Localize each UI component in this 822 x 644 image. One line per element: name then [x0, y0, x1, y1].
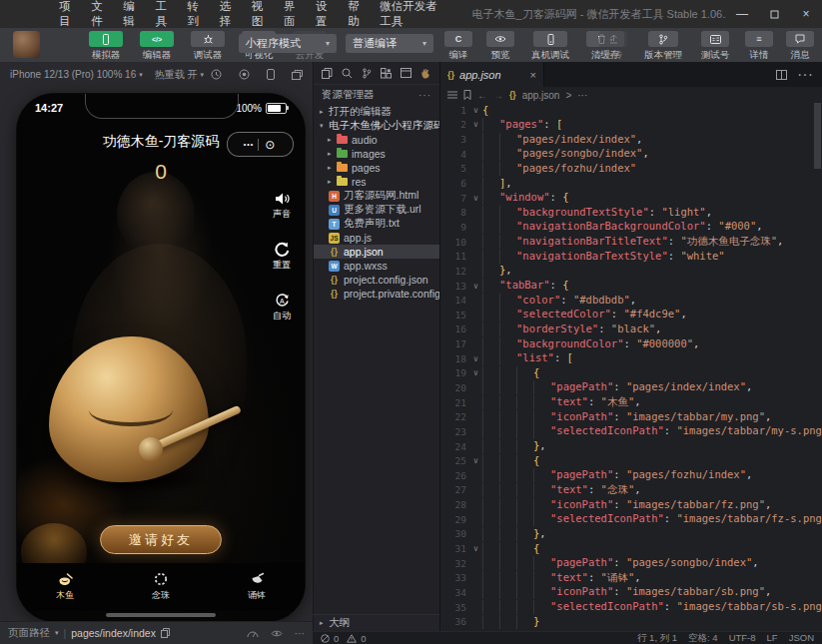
menu-item-view[interactable]: 视图	[245, 0, 277, 29]
code-line[interactable]: 8"backgroundTextStyle": "light",	[440, 205, 822, 220]
code-line[interactable]: 17"backgroundColor": "#000000",	[440, 336, 822, 351]
more-icon[interactable]: ···	[295, 627, 306, 639]
split-editor-icon[interactable]	[776, 70, 787, 80]
code-line[interactable]: 7∨"window": {	[440, 191, 822, 206]
code-line[interactable]: 6],	[440, 176, 822, 191]
editor-toggle-button[interactable]: </> 编辑器	[135, 31, 179, 62]
warnings-icon[interactable]	[347, 634, 357, 643]
search-icon[interactable]	[342, 68, 353, 79]
compile-mode-dropdown[interactable]: 普通编译 ▾	[346, 34, 433, 53]
code-line[interactable]: 19∨{	[440, 366, 822, 381]
folder-res[interactable]: ▸ res	[314, 175, 439, 189]
code-line[interactable]: 9"navigationBarBackgroundColor": "#000",	[440, 220, 822, 235]
code-line[interactable]: 30},	[440, 527, 822, 542]
eol-setting[interactable]: LF	[767, 632, 778, 644]
code-line[interactable]: 22"iconPath": "images/tabbar/my.png",	[440, 409, 822, 424]
code-line[interactable]: 2∨"pages": [	[440, 118, 822, 133]
user-avatar[interactable]	[13, 31, 40, 58]
code-line[interactable]: 31∨{	[440, 541, 822, 556]
menu-item-settings[interactable]: 设置	[309, 0, 341, 29]
bookmark-icon[interactable]	[463, 90, 471, 100]
code-line[interactable]: 1∨{	[440, 103, 822, 118]
minimize-button[interactable]: —	[726, 0, 758, 28]
file-item[interactable]: U 更多资源下载.url	[314, 203, 439, 217]
menu-item-edit[interactable]: 编辑	[116, 0, 148, 29]
folder-pages[interactable]: ▸ pages	[314, 161, 439, 175]
menu-item-devtools[interactable]: 微信开发者工具	[373, 0, 449, 29]
hand-icon[interactable]	[420, 68, 430, 79]
code-line[interactable]: 23"selectedIconPath": "images/tabbar/my-…	[440, 424, 822, 439]
code-line[interactable]: 34"iconPath": "images/tabbar/sb.png",	[440, 585, 822, 600]
version-control-button[interactable]: 版本管理	[639, 31, 687, 62]
extensions-icon[interactable]	[381, 68, 392, 79]
section-open-editors[interactable]: ▸ 打开的编辑器	[314, 105, 439, 119]
code-line[interactable]: 27"text": "念珠",	[440, 483, 822, 498]
tab-bowl[interactable]: 诵钵	[209, 563, 305, 611]
preview-window-icon[interactable]	[401, 68, 411, 78]
device-frame-icon[interactable]	[267, 69, 275, 80]
indent-setting[interactable]: 空格: 4	[688, 632, 718, 644]
detach-window-icon[interactable]	[292, 70, 303, 80]
code-line[interactable]: 12},	[440, 264, 822, 279]
code-line[interactable]: 26"pagePath": "pages/fozhu/index",	[440, 468, 822, 483]
file-item[interactable]: {} project.config.json	[314, 273, 439, 287]
reset-button[interactable]: 重置	[273, 242, 291, 272]
language-mode[interactable]: JSON	[789, 632, 814, 644]
file-item[interactable]: JS app.js	[314, 231, 439, 245]
code-line[interactable]: 5"pages/fozhu/index"	[440, 162, 822, 177]
code-line[interactable]: 10"navigationBarTitleText": "功德木鱼电子念珠",	[440, 235, 822, 250]
file-item[interactable]: {} project.private.config.js...	[314, 287, 439, 301]
code-line[interactable]: 28"iconPath": "images/tabbar/fz.png",	[440, 497, 822, 512]
compile-button[interactable]: C 编译	[440, 31, 476, 62]
messages-button[interactable]: 消息	[784, 31, 816, 62]
capsule-menu[interactable]: ••• ⊙	[227, 132, 294, 157]
close-tab-icon[interactable]: ×	[530, 69, 536, 81]
source-control-icon[interactable]	[362, 68, 372, 79]
cursor-position[interactable]: 行 1, 列 1	[637, 632, 677, 644]
code-line[interactable]: 32"pagePath": "pages/songbo/index",	[440, 556, 822, 571]
code-line[interactable]: 33"text": "诵钵",	[440, 571, 822, 586]
code-line[interactable]: 24},	[440, 439, 822, 454]
breadcrumb-more[interactable]: ···	[577, 90, 587, 101]
folder-images[interactable]: ▸ images	[314, 147, 439, 161]
code-line[interactable]: 13∨"tabBar": {	[440, 279, 822, 294]
forward-icon[interactable]: →	[493, 90, 503, 101]
test-account-button[interactable]: 测试号	[696, 31, 734, 62]
file-item-selected[interactable]: {} app.json	[314, 245, 439, 259]
code-line[interactable]: 35"selectedIconPath": "images/tabbar/sb-…	[440, 600, 822, 615]
folder-audio[interactable]: ▸ audio	[314, 133, 439, 147]
debugger-toggle-button[interactable]: 调试器	[186, 31, 230, 62]
invite-friends-button[interactable]: 邀请好友	[100, 525, 222, 554]
upload-button[interactable]: 上传	[596, 31, 630, 62]
record-icon[interactable]	[239, 69, 250, 80]
menu-item-tools[interactable]: 工具	[148, 0, 180, 29]
more-icon[interactable]: •••	[240, 141, 258, 148]
inspect-icon[interactable]	[271, 629, 283, 638]
more-icon[interactable]: ···	[797, 66, 813, 84]
code-line[interactable]: 25∨{	[440, 453, 822, 468]
sound-button[interactable]: 声音	[273, 192, 291, 221]
code-line[interactable]: 4"pages/songbo/index",	[440, 147, 822, 162]
code-line[interactable]: 29"selectedIconPath": "images/tabbar/fz-…	[440, 512, 822, 527]
details-button[interactable]: ≡ 详情	[743, 31, 775, 62]
file-item[interactable]: T 免费声明.txt	[314, 217, 439, 231]
section-project-root[interactable]: ▾ 电子木鱼佛心小程序源码	[314, 119, 439, 133]
device-selector[interactable]: iPhone 12/13 (Pro) 100% 16	[10, 69, 136, 80]
code-line[interactable]: 21"text": "木鱼",	[440, 395, 822, 410]
miniprogram-screen[interactable]: 14:27 100% 功德木鱼-刀客源码 ••• ⊙ 0	[17, 94, 305, 621]
code-line[interactable]: 36}	[440, 614, 822, 629]
menu-item-project[interactable]: 项目	[52, 0, 84, 29]
page-path-dropdown[interactable]: 页面路径	[8, 626, 50, 640]
menu-item-select[interactable]: 选择	[213, 0, 245, 29]
editor-scrollbar[interactable]	[814, 103, 821, 169]
maximize-button[interactable]	[758, 0, 790, 28]
tab-muyu[interactable]: 木鱼	[17, 563, 113, 611]
tab-beads[interactable]: 念珠	[113, 563, 209, 611]
code-line[interactable]: 20"pagePath": "pages/index/index",	[440, 380, 822, 395]
exit-target-icon[interactable]: ⊙	[259, 139, 281, 151]
breadcrumb-file[interactable]: app.json	[522, 90, 560, 101]
encoding[interactable]: UTF-8	[729, 632, 756, 644]
back-icon[interactable]: ←	[477, 90, 487, 101]
menu-item-help[interactable]: 帮助	[341, 0, 373, 29]
outline-section[interactable]: ▸ 大纲	[313, 614, 439, 631]
